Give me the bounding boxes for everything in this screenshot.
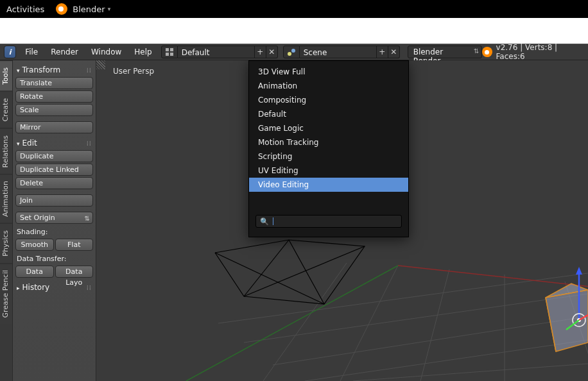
layout-option[interactable]: Default bbox=[249, 107, 408, 121]
layout-option[interactable]: Motion Tracking bbox=[249, 135, 408, 149]
svg-line-20 bbox=[244, 240, 289, 296]
render-engine-select[interactable]: Blender Render bbox=[408, 46, 483, 58]
shading-label: Shading: bbox=[15, 225, 93, 237]
svg-rect-0 bbox=[166, 48, 169, 51]
default-cube[interactable] bbox=[546, 267, 588, 351]
disclosure-down-icon bbox=[17, 139, 20, 148]
layout-option[interactable]: Video Editing bbox=[249, 178, 408, 192]
layout-option[interactable]: Animation bbox=[249, 79, 408, 93]
svg-line-21 bbox=[215, 253, 324, 304]
search-icon: 🔍 bbox=[260, 217, 269, 226]
svg-line-12 bbox=[340, 266, 398, 381]
svg-line-9 bbox=[305, 339, 588, 381]
layout-option[interactable]: Scripting bbox=[249, 149, 408, 164]
layout-option[interactable]: 3D View Full bbox=[249, 61, 408, 79]
layout-search-input[interactable]: 🔍 bbox=[255, 215, 402, 228]
chevron-down-icon: ▾ bbox=[108, 6, 111, 12]
panel-title: Transform bbox=[22, 65, 61, 74]
white-gap bbox=[0, 18, 588, 44]
panel-transform-header[interactable]: Transform ⁞⁞ bbox=[15, 64, 93, 76]
svg-rect-1 bbox=[170, 48, 173, 51]
app-name: Blender bbox=[73, 4, 105, 14]
disclosure-right-icon bbox=[17, 283, 20, 292]
svg-line-16 bbox=[398, 266, 588, 287]
work-area: Tools Create Relations Animation Physics… bbox=[0, 60, 588, 381]
panel-title: Edit bbox=[22, 139, 37, 148]
tab-relations[interactable]: Relations bbox=[0, 128, 12, 174]
duplicate-linked-button[interactable]: Duplicate Linked bbox=[15, 164, 93, 176]
disclosure-down-icon bbox=[17, 65, 20, 74]
screen-layout-add-button[interactable]: + bbox=[255, 46, 266, 58]
svg-line-11 bbox=[263, 263, 347, 381]
scene-field: Scene + ✕ bbox=[283, 46, 400, 58]
translate-button[interactable]: Translate bbox=[15, 77, 93, 89]
tab-create[interactable]: Create bbox=[0, 91, 12, 128]
text-caret bbox=[273, 217, 273, 225]
tab-animation[interactable]: Animation bbox=[0, 174, 12, 223]
os-top-bar: Activities Blender ▾ bbox=[0, 0, 588, 18]
header-stats: v2.76 | Verts:8 | Faces:6 bbox=[482, 43, 584, 61]
tool-shelf: Transform ⁞⁞ Translate Rotate Scale Mirr… bbox=[13, 60, 96, 381]
svg-line-6 bbox=[218, 272, 588, 323]
layout-option[interactable]: Game Logic bbox=[249, 121, 408, 135]
editor-type-info-icon[interactable]: i bbox=[4, 46, 16, 58]
screen-layout-delete-button[interactable]: ✕ bbox=[266, 46, 278, 58]
tab-grease-pencil[interactable]: Grease Pencil bbox=[0, 263, 12, 324]
data-transfer-button[interactable]: Data bbox=[15, 266, 54, 278]
layout-option[interactable]: Compositing bbox=[249, 93, 408, 107]
menu-render[interactable]: Render bbox=[44, 47, 85, 56]
shade-smooth-button[interactable]: Smooth bbox=[15, 239, 54, 251]
svg-line-18 bbox=[289, 240, 324, 304]
blender-header: i File Render Window Help Default + ✕ Sc… bbox=[0, 44, 588, 60]
data-transfer-label: Data Transfer: bbox=[15, 252, 93, 264]
panel-edit-header[interactable]: Edit ⁞⁞ bbox=[15, 137, 93, 149]
data-layout-button[interactable]: Data Layo bbox=[55, 266, 94, 278]
screen-layout-dropdown: 3D View FullAnimationCompositingDefaultG… bbox=[248, 60, 409, 237]
menu-file[interactable]: File bbox=[19, 47, 44, 56]
svg-marker-22 bbox=[546, 290, 588, 351]
grip-icon: ⁞⁞ bbox=[87, 67, 92, 74]
screen-layout-field: Default + ✕ bbox=[161, 46, 278, 58]
svg-rect-2 bbox=[166, 53, 169, 56]
mirror-button[interactable]: Mirror bbox=[15, 121, 93, 133]
menu-help[interactable]: Help bbox=[128, 47, 158, 56]
tool-tabs: Tools Create Relations Animation Physics… bbox=[0, 60, 13, 381]
tab-tools[interactable]: Tools bbox=[0, 60, 12, 91]
duplicate-button[interactable]: Duplicate bbox=[15, 150, 93, 162]
3d-viewport[interactable]: User Persp bbox=[96, 60, 588, 381]
panel-title: History bbox=[22, 283, 50, 292]
scale-button[interactable]: Scale bbox=[15, 104, 93, 116]
scene-add-button[interactable]: + bbox=[377, 46, 388, 58]
svg-line-10 bbox=[353, 363, 588, 381]
svg-rect-3 bbox=[170, 53, 173, 56]
delete-button[interactable]: Delete bbox=[15, 177, 93, 189]
tab-physics[interactable]: Physics bbox=[0, 223, 12, 263]
scene-browse-icon[interactable] bbox=[283, 46, 300, 58]
grip-icon: ⁞⁞ bbox=[87, 140, 92, 147]
activities-button[interactable]: Activities bbox=[6, 4, 44, 14]
screen-layout-browse-icon[interactable] bbox=[161, 46, 178, 58]
scene-delete-button[interactable]: ✕ bbox=[388, 46, 400, 58]
scene-name[interactable]: Scene bbox=[300, 46, 377, 58]
menu-window[interactable]: Window bbox=[85, 47, 128, 56]
join-button[interactable]: Join bbox=[15, 194, 93, 207]
svg-point-5 bbox=[291, 49, 295, 53]
set-origin-select[interactable]: Set Origin bbox=[15, 212, 93, 224]
screen-layout-name[interactable]: Default bbox=[178, 46, 255, 58]
layout-option[interactable]: UV Editing bbox=[249, 164, 408, 178]
rotate-button[interactable]: Rotate bbox=[15, 90, 93, 103]
svg-line-8 bbox=[273, 315, 588, 365]
svg-marker-26 bbox=[576, 267, 582, 275]
svg-line-17 bbox=[186, 266, 398, 381]
svg-point-4 bbox=[288, 52, 291, 56]
svg-line-13 bbox=[420, 269, 449, 381]
app-menu[interactable]: Blender ▾ bbox=[56, 3, 110, 15]
blender-logo-icon bbox=[482, 47, 492, 57]
svg-line-19 bbox=[244, 246, 365, 296]
stats-text: v2.76 | Verts:8 | Faces:6 bbox=[496, 43, 584, 61]
blender-logo-icon bbox=[56, 3, 67, 15]
shade-flat-button[interactable]: Flat bbox=[55, 239, 94, 251]
grip-icon: ⁞⁞ bbox=[87, 284, 92, 291]
